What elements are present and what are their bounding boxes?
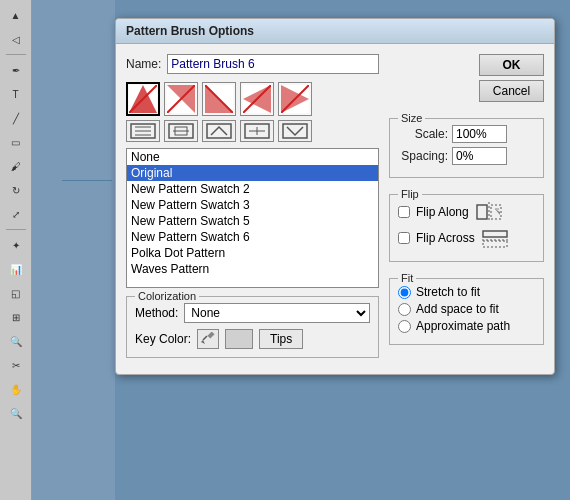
toolbar-icon-direct[interactable]: ◁	[5, 28, 27, 50]
toolbar-icon-eyedropper[interactable]: 🔍	[5, 330, 27, 352]
tile-sub-btn-2[interactable]	[164, 120, 198, 142]
flip-along-row: Flip Along	[398, 201, 535, 223]
dialog-titlebar: Pattern Brush Options	[116, 19, 554, 44]
list-item-none[interactable]: None	[127, 149, 378, 165]
tile-btn-side[interactable]	[126, 82, 160, 116]
fit-stretch-row: Stretch to fit	[398, 285, 535, 299]
toolbar-icon-scissors[interactable]: ✂	[5, 354, 27, 376]
left-toolbar: ▲ ◁ ✒ T ╱ ▭ 🖌 ↻ ⤢ ✦ 📊 ◱ ⊞ 🔍 ✂ ✋ 🔍	[0, 0, 32, 500]
flip-across-label: Flip Across	[416, 231, 475, 245]
toolbar-icon-rotate[interactable]: ↻	[5, 179, 27, 201]
toolbar-icon-symbol[interactable]: ✦	[5, 234, 27, 256]
toolbar-icon-brush[interactable]: 🖌	[5, 155, 27, 177]
dialog-body: Name:	[116, 44, 554, 374]
pattern-list-box[interactable]: None Original New Pattern Swatch 2 New P…	[126, 148, 379, 288]
flip-across-checkbox[interactable]	[398, 232, 410, 244]
flip-label: Flip	[398, 188, 422, 200]
name-row: Name:	[126, 54, 379, 74]
method-select[interactable]: None Tints Tints and Shades Hue Shift	[184, 303, 370, 323]
list-item-original[interactable]: Original	[127, 165, 378, 181]
flip-across-row: Flip Across	[398, 227, 535, 249]
fit-addspace-label: Add space to fit	[416, 302, 499, 316]
tile-btn-inner-corner[interactable]	[202, 82, 236, 116]
name-input[interactable]	[167, 54, 379, 74]
tile-btn-outer-corner[interactable]	[164, 82, 198, 116]
fit-approx-label: Approximate path	[416, 319, 510, 333]
flip-along-label: Flip Along	[416, 205, 469, 219]
fit-addspace-radio[interactable]	[398, 303, 411, 316]
fit-stretch-label: Stretch to fit	[416, 285, 480, 299]
key-color-swatch[interactable]	[225, 329, 253, 349]
toolbar-icon-hand[interactable]: ✋	[5, 378, 27, 400]
key-color-row: Key Color: Tips	[135, 329, 370, 349]
flip-section: Flip Flip Along	[389, 194, 544, 262]
tile-btn-end[interactable]	[278, 82, 312, 116]
flip-along-checkbox[interactable]	[398, 206, 410, 218]
spacing-input[interactable]	[452, 147, 507, 165]
size-section: Size Scale: Spacing:	[389, 118, 544, 178]
tile-btn-start[interactable]	[240, 82, 274, 116]
fit-approx-row: Approximate path	[398, 319, 535, 333]
svg-marker-29	[201, 340, 205, 344]
flip-along-icon	[475, 201, 503, 223]
tips-button[interactable]: Tips	[259, 329, 303, 349]
colorization-label: Colorization	[135, 290, 199, 302]
tile-sub-btn-4[interactable]	[240, 120, 274, 142]
toolbar-icon-line[interactable]: ╱	[5, 107, 27, 129]
list-item-polka[interactable]: Polka Dot Pattern	[127, 245, 378, 261]
size-label: Size	[398, 112, 425, 124]
spacing-label: Spacing:	[398, 149, 448, 163]
tile-buttons-row2	[126, 120, 379, 142]
toolbar-icon-zoom[interactable]: 🔍	[5, 402, 27, 424]
list-item-waves[interactable]: Waves Pattern	[127, 261, 378, 277]
eyedropper-button[interactable]	[197, 329, 219, 349]
fit-section: Fit Stretch to fit Add space to fit Appr…	[389, 278, 544, 345]
toolbar-icon-graph[interactable]: 📊	[5, 258, 27, 280]
toolbar-icon-scale[interactable]: ⤢	[5, 203, 27, 225]
flip-across-icon	[481, 227, 509, 249]
key-color-label: Key Color:	[135, 332, 191, 346]
scale-row: Scale:	[398, 125, 535, 143]
svg-line-28	[203, 336, 207, 340]
toolbar-icon-pen[interactable]: ✒	[5, 59, 27, 81]
method-row: Method: None Tints Tints and Shades Hue …	[135, 303, 370, 323]
list-item-swatch5[interactable]: New Pattern Swatch 5	[127, 213, 378, 229]
colorization-section: Colorization Method: None Tints Tints an…	[126, 296, 379, 358]
svg-rect-27	[207, 332, 214, 339]
fit-addspace-row: Add space to fit	[398, 302, 535, 316]
spacing-row: Spacing:	[398, 147, 535, 165]
tile-sub-btn-3[interactable]	[202, 120, 236, 142]
toolbar-divider-2	[6, 229, 26, 230]
toolbar-icon-select[interactable]: ▲	[5, 4, 27, 26]
pattern-brush-dialog: Pattern Brush Options Name:	[115, 18, 555, 375]
toolbar-icon-rect[interactable]: ▭	[5, 131, 27, 153]
svg-rect-37	[483, 241, 507, 247]
fit-label: Fit	[398, 272, 416, 284]
tile-sub-btn-1[interactable]	[126, 120, 160, 142]
canvas-guide-line	[62, 180, 112, 181]
toolbar-divider-1	[6, 54, 26, 55]
tile-buttons-row1	[126, 82, 379, 116]
scale-label: Scale:	[398, 127, 448, 141]
dialog-left-panel: Name:	[126, 54, 379, 364]
fit-stretch-radio[interactable]	[398, 286, 411, 299]
tile-sub-btn-5[interactable]	[278, 120, 312, 142]
dialog-right-panel: OK Cancel Size Scale: Spacing: Flip	[389, 54, 544, 364]
name-label: Name:	[126, 57, 161, 71]
list-item-swatch6[interactable]: New Pattern Swatch 6	[127, 229, 378, 245]
scale-input[interactable]	[452, 125, 507, 143]
toolbar-icon-gradient[interactable]: ◱	[5, 282, 27, 304]
cancel-button[interactable]: Cancel	[479, 80, 544, 102]
dialog-title: Pattern Brush Options	[126, 24, 254, 38]
svg-rect-35	[483, 231, 507, 237]
ok-button[interactable]: OK	[479, 54, 544, 76]
svg-marker-34	[495, 209, 500, 215]
method-label: Method:	[135, 306, 178, 320]
toolbar-icon-mesh[interactable]: ⊞	[5, 306, 27, 328]
toolbar-icon-type[interactable]: T	[5, 83, 27, 105]
svg-rect-30	[477, 205, 487, 219]
fit-approx-radio[interactable]	[398, 320, 411, 333]
canvas-area	[32, 0, 115, 500]
list-item-swatch3[interactable]: New Pattern Swatch 3	[127, 197, 378, 213]
list-item-swatch2[interactable]: New Pattern Swatch 2	[127, 181, 378, 197]
